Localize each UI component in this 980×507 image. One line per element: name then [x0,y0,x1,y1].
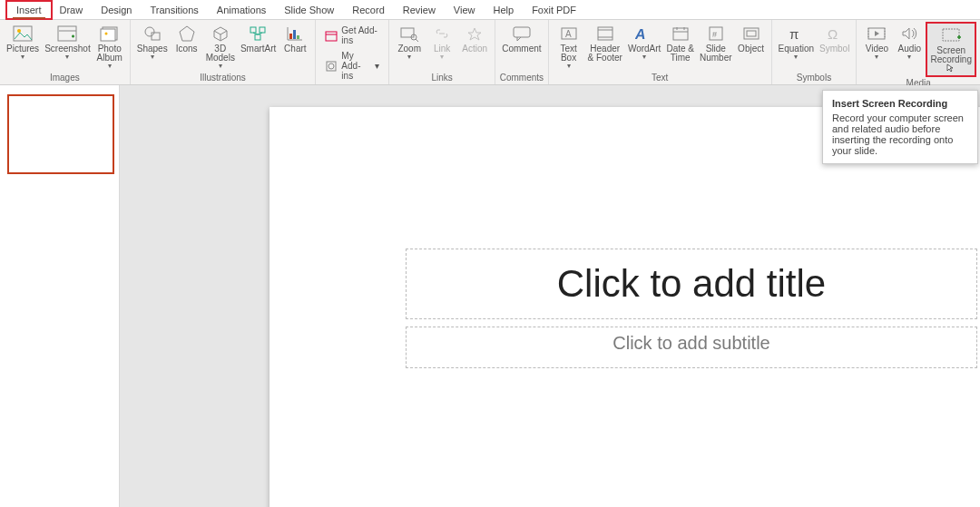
chevron-down-icon: ▾ [875,54,878,61]
screen-recording-label: Screen Recording [930,46,972,64]
chevron-down-icon: ▾ [407,54,411,61]
slide-thumbnail-panel [0,85,120,507]
svg-text:#: # [712,30,717,39]
video-icon [867,24,887,44]
subtitle-placeholder[interactable]: Click to add subtitle [406,327,977,368]
slide-thumbnail-1[interactable] [7,94,114,174]
datetime-icon [671,24,691,44]
object-button[interactable]: Object [735,22,768,55]
smartart-button[interactable]: SmartArt [238,22,279,55]
shapes-button[interactable]: Shapes ▾ [134,22,171,63]
svg-rect-7 [152,33,160,40]
wordart-button[interactable]: A WordArt ▾ [625,22,664,63]
group-symbols-label: Symbols [776,72,853,84]
tab-slideshow[interactable]: Slide Show [275,2,343,18]
smartart-icon [249,24,269,44]
svg-rect-24 [598,27,612,40]
shapes-icon [142,24,162,44]
svg-rect-26 [673,28,688,40]
chevron-down-icon: ▾ [219,63,222,70]
svg-point-17 [328,63,334,69]
equation-button[interactable]: π Equation ▾ [776,22,817,63]
slidenumber-label: Slide Number [700,44,732,63]
group-images-label: Images [4,72,126,84]
header-footer-button[interactable]: Header & Footer [585,22,625,64]
tab-record[interactable]: Record [343,2,393,18]
svg-text:A: A [565,29,572,39]
addins-icon [325,60,338,73]
svg-text:π: π [789,26,799,42]
svg-rect-21 [514,27,530,37]
tab-transitions[interactable]: Transitions [141,2,207,18]
tab-animations[interactable]: Animations [208,2,275,18]
textbox-label: Text Box [560,44,576,63]
slidenumber-icon: # [706,24,726,44]
svg-rect-14 [297,35,299,39]
svg-text:Ω: Ω [828,26,838,42]
store-icon [325,29,338,42]
chevron-down-icon: ▾ [108,63,112,70]
group-illustrations-label: Illustrations [134,72,312,84]
group-illustrations: Shapes ▾ Icons 3D Models ▾ SmartArt Char… [131,20,317,84]
svg-rect-29 [744,28,759,39]
tab-design[interactable]: Design [92,2,141,18]
group-comments: Comment Comments [495,20,548,84]
chevron-down-icon: ▾ [567,63,571,70]
slidenumber-button[interactable]: # Slide Number [697,22,735,64]
audio-button[interactable]: Audio ▾ [893,22,926,63]
equation-icon: π [786,24,806,44]
tab-help[interactable]: Help [485,2,524,18]
svg-point-1 [17,29,21,33]
chart-icon [285,24,305,44]
audio-icon [899,24,919,44]
slide-editor[interactable]: Click to add title Click to add subtitle [270,107,980,507]
zoom-button[interactable]: Zoom ▾ [393,22,426,63]
svg-rect-9 [250,27,256,33]
tab-view[interactable]: View [445,2,485,18]
chevron-down-icon: ▾ [375,61,379,71]
title-placeholder[interactable]: Click to add title [406,249,977,319]
video-button[interactable]: Video ▾ [860,22,893,63]
group-text-label: Text [553,72,768,84]
subtitle-placeholder-text: Click to add subtitle [612,333,769,354]
symbol-label: Symbol [819,44,849,54]
svg-point-5 [104,33,107,35]
svg-rect-11 [255,34,260,40]
chevron-down-icon: ▾ [794,54,798,61]
3d-models-icon [211,24,230,44]
svg-rect-0 [14,26,32,41]
chevron-down-icon: ▾ [151,54,154,61]
svg-rect-10 [260,27,265,33]
comment-button[interactable]: Comment [499,22,544,55]
3d-models-button[interactable]: 3D Models ▾ [203,22,238,72]
ribbon-tabs: Insert Draw Design Transitions Animation… [0,0,980,20]
chevron-down-icon: ▾ [21,54,24,61]
tab-review[interactable]: Review [394,2,445,18]
screen-recording-button[interactable]: Screen Recording [926,22,976,77]
header-footer-icon [595,24,615,44]
tooltip-title: Insert Screen Recording [832,98,968,109]
get-addins-button[interactable]: Get Add-ins [321,24,383,47]
textbox-button[interactable]: A Text Box ▾ [553,22,585,72]
chart-label: Chart [284,44,306,54]
tab-draw[interactable]: Draw [51,2,93,18]
photo-album-button[interactable]: Photo Album ▾ [93,22,126,72]
icons-button[interactable]: Icons [171,22,203,55]
comment-icon [512,24,532,44]
chart-button[interactable]: Chart [279,22,311,55]
tab-insert[interactable]: Insert [7,2,51,18]
title-placeholder-text: Click to add title [557,262,826,306]
group-addins: Get Add-ins My Add-ins ▾ Add-ins [316,20,389,84]
tooltip-screen-recording: Insert Screen Recording Record your comp… [822,90,978,164]
screenshot-button[interactable]: Screenshot ▾ [42,22,93,63]
3d-models-label: 3D Models [206,44,235,63]
icons-icon [177,24,197,44]
my-addins-button[interactable]: My Add-ins ▾ [321,49,383,83]
svg-rect-13 [293,30,296,39]
chevron-down-icon: ▾ [907,54,911,61]
pictures-button[interactable]: Pictures ▾ [4,22,42,63]
svg-marker-8 [180,26,194,41]
datetime-button[interactable]: Date & Time [663,22,697,64]
tab-foxit[interactable]: Foxit PDF [523,2,585,18]
comment-label: Comment [502,44,541,54]
